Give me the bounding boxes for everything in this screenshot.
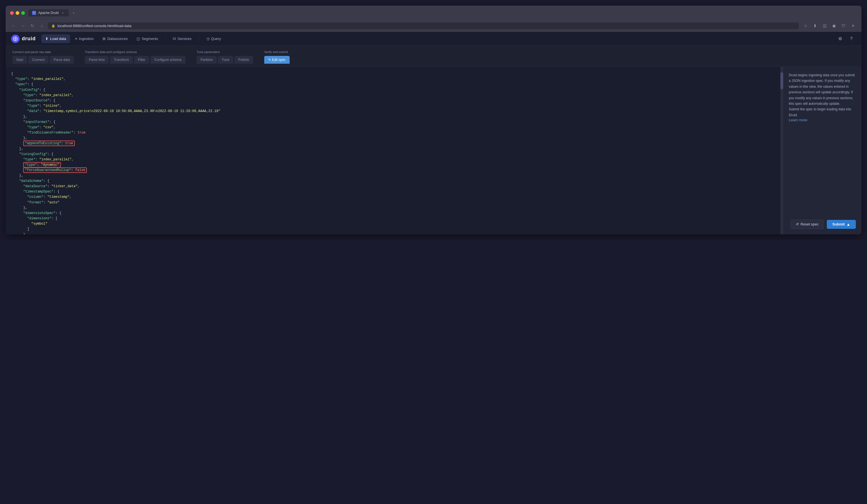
code-line-16: "type": "index_parallel", (11, 157, 778, 162)
browser-tab[interactable]: 🔷 Apache Druid × (28, 9, 69, 17)
submit-label: Submit (832, 222, 845, 226)
nav-item-services[interactable]: ⛁ Services (169, 34, 195, 43)
code-line-23: }, (11, 205, 778, 211)
tab-transform[interactable]: Transform (110, 56, 133, 64)
nav-item-segments[interactable]: ◫ Segments (133, 34, 162, 43)
tab-close-btn[interactable]: × (61, 11, 65, 15)
code-line-8: "data": "timestamp,symbol,price\n2022-08… (11, 109, 778, 114)
maximize-traffic-light[interactable] (21, 11, 25, 15)
step-tabs-parse: Start Connect Parse data (12, 56, 74, 64)
step-group-submit-label: Verify and submit (264, 50, 290, 54)
tab-favicon: 🔷 (32, 11, 36, 15)
code-scrollbar[interactable] (780, 67, 783, 234)
sidebar-panel: Druid begins ingesting data once you sub… (783, 67, 861, 234)
tab-publish[interactable]: Publish (234, 56, 253, 64)
code-line-11: "type": "csv", (11, 125, 778, 130)
close-traffic-light[interactable] (10, 11, 14, 15)
code-line-21: "column": "timestamp", (11, 194, 778, 200)
reset-spec-button[interactable]: ↺ Reset spec (791, 219, 824, 229)
step-tabs-submit: ✎ Edit spec (264, 56, 290, 64)
nav-item-datasources-label: Datasources (107, 36, 128, 41)
step-group-parse: Connect and parse raw data Start Connect… (12, 50, 74, 64)
step-group-transform-label: Transform data and configure schema (85, 50, 185, 54)
step-group-tune-label: Tune parameters (197, 50, 253, 54)
code-line-12: "findColumnsFromHeader": true (11, 130, 778, 136)
load-data-icon: ⬆ (45, 36, 48, 41)
new-tab-button[interactable]: + (70, 9, 78, 17)
nav-item-query-label: Query (211, 36, 221, 41)
security-lock-icon: 🔒 (51, 24, 55, 28)
nav-refresh-btn[interactable]: ↻ (29, 22, 36, 29)
profile-icon[interactable]: ◉ (830, 22, 838, 30)
top-nav: druid ⬆ Load data ≡ Ingestion ⊞ Datasour… (6, 32, 861, 46)
learn-more-link[interactable]: Learn more (789, 118, 807, 122)
ingestion-icon: ≡ (75, 36, 77, 41)
logo-text: druid (22, 36, 36, 42)
code-line-15: "tuningConfig": { (11, 152, 778, 157)
code-line-26: "symbol" (11, 221, 778, 227)
reset-icon: ↺ (796, 222, 799, 226)
code-line-highlight-1: "appendToExisting": true (11, 141, 778, 146)
tab-filter[interactable]: Filter (134, 56, 149, 64)
sidebar-description-1: Druid begins ingesting data once you sub… (789, 72, 856, 106)
code-line-18: "dataSchema": { (11, 179, 778, 184)
code-editor[interactable]: { "type": "index_parallel", "spec": { "i… (6, 67, 783, 234)
tab-configure-schema[interactable]: Configure schema (150, 56, 185, 64)
code-line-1: { (11, 71, 778, 77)
code-line-5: "type": "index_parallel", (11, 93, 778, 98)
nav-item-datasources[interactable]: ⊞ Datasources (99, 34, 131, 43)
code-line-28: }, (11, 232, 778, 234)
step-group-parse-label: Connect and parse raw data (12, 50, 74, 54)
address-bar[interactable]: 🔒 localhost:8888/unified-console.html#lo… (48, 22, 799, 29)
code-line-19: "dataSource": "ticker_data", (11, 184, 778, 189)
minimize-traffic-light[interactable] (15, 11, 19, 15)
wizard-header: Connect and parse raw data Start Connect… (6, 46, 861, 67)
settings-icon[interactable]: ⚙ (836, 34, 845, 43)
nav-forward-btn[interactable]: → (20, 22, 26, 29)
submit-button[interactable]: Submit ▲ (827, 220, 856, 229)
tab-start[interactable]: Start (12, 56, 27, 64)
code-line-9: }, (11, 114, 778, 120)
step-groups: Connect and parse raw data Start Connect… (12, 50, 855, 64)
step-group-submit: Verify and submit ✎ Edit spec (264, 50, 290, 64)
nav-item-load-data[interactable]: ⬆ Load data (41, 34, 70, 43)
browser-actions: ☆ ⬇ ◫ ◉ 🛡 ≡ (802, 22, 857, 30)
nav-item-load-data-label: Load data (50, 36, 66, 41)
nav-right: ⚙ ? (836, 34, 856, 43)
tab-edit-spec[interactable]: ✎ Edit spec (264, 56, 290, 64)
code-line-24: "dimensionsSpec": { (11, 211, 778, 216)
code-line-22: "format": "auto" (11, 200, 778, 205)
nav-item-ingestion-label: Ingestion (79, 36, 94, 41)
nav-item-query[interactable]: ◷ Query (203, 34, 225, 43)
nav-items: ⬆ Load data ≡ Ingestion ⊞ Datasources ◫ … (41, 34, 836, 43)
logo-icon (11, 35, 20, 43)
code-line-6: "inputSource": { (11, 98, 778, 103)
menu-icon[interactable]: ≡ (849, 22, 857, 30)
scrollbar-thumb[interactable] (780, 72, 783, 89)
shield-icon[interactable]: 🛡 (839, 22, 847, 30)
tab-tune[interactable]: Tune (218, 56, 233, 64)
browser-window: 🔷 Apache Druid × + ← → ↻ ⌂ 🔒 localhost:8… (6, 6, 861, 234)
tab-connect[interactable]: Connect (28, 56, 49, 64)
main-content: { "type": "index_parallel", "spec": { "i… (6, 67, 861, 234)
help-icon[interactable]: ? (847, 34, 856, 43)
code-line-highlight-3: "forceGuaranteedRollup": false (11, 168, 778, 173)
tab-parse-data[interactable]: Parse data (50, 56, 74, 64)
nav-item-services-label: Services (178, 36, 192, 41)
bookmark-icon[interactable]: ☆ (802, 22, 810, 30)
nav-back-btn[interactable]: ← (10, 22, 17, 29)
tab-parse-time[interactable]: Parse time (85, 56, 109, 64)
code-line-17: }, (11, 173, 778, 179)
tab-title: Apache Druid (38, 11, 58, 15)
extensions-icon[interactable]: ◫ (821, 22, 828, 30)
sidebar-info: Druid begins ingesting data once you sub… (789, 72, 856, 122)
download-icon[interactable]: ⬇ (811, 22, 819, 30)
code-line-13: }, (11, 136, 778, 141)
code-line-3: "spec": { (11, 82, 778, 87)
code-line-27: ] (11, 227, 778, 232)
sidebar-description-2: Submit the spec to begin loading data in… (789, 106, 856, 118)
tab-partition[interactable]: Partition (197, 56, 217, 64)
tab-bar: 🔷 Apache Druid × + (28, 9, 857, 17)
nav-item-ingestion[interactable]: ≡ Ingestion (71, 34, 97, 43)
nav-home-btn[interactable]: ⌂ (39, 22, 45, 29)
